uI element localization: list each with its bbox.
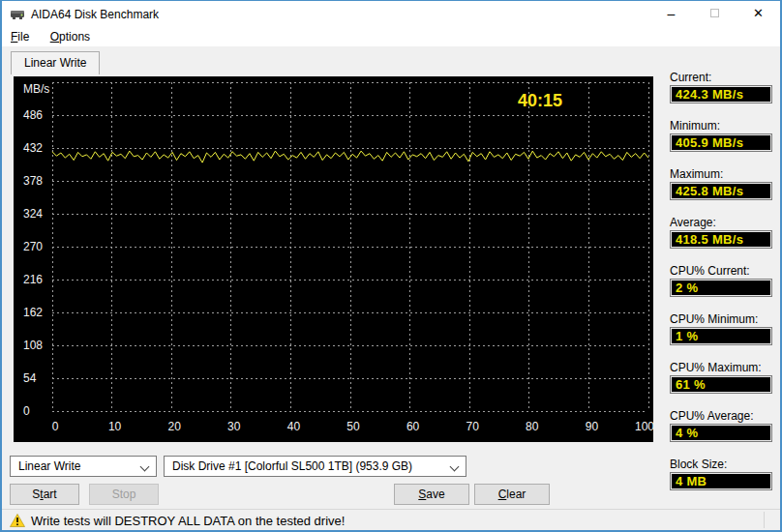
start-button[interactable]: Start (10, 484, 79, 505)
tab-linear-write[interactable]: Linear Write (11, 51, 100, 74)
stat-group: CPU% Minimum:1 % (670, 312, 772, 345)
stat-label: Block Size: (670, 458, 772, 472)
maximize-icon (710, 9, 719, 17)
warning-icon (10, 514, 25, 530)
menu-file[interactable]: File (2, 27, 38, 46)
stats-panel: Current:424.3 MB/sMinimum:405.9 MB/sMaxi… (670, 71, 772, 490)
stat-label: CPU% Minimum: (670, 312, 772, 327)
x-tick-label: 0 (52, 420, 59, 433)
stat-value: 4 MB (670, 472, 772, 490)
chevron-down-icon (140, 462, 150, 472)
x-tick-label: 80 (526, 420, 539, 433)
test-type-select[interactable]: Linear Write (10, 456, 157, 477)
stat-group: CPU% Average:4 % (670, 409, 772, 442)
disk-drive-icon (10, 8, 25, 23)
stat-group: Minimum:405.9 MB/s (670, 119, 772, 152)
x-tick-label: 100 % (635, 420, 653, 433)
window-title: AIDA64 Disk Benchmark (31, 8, 159, 21)
x-tick-label: 10 (108, 420, 122, 433)
y-tick-label: 108 (23, 339, 43, 352)
stop-button: Stop (89, 484, 159, 505)
y-tick-label: 216 (23, 273, 43, 286)
stat-value: 418.5 MB/s (670, 230, 772, 249)
stat-group: Block Size:4 MB (670, 458, 772, 490)
maximize-button (693, 1, 737, 26)
x-tick-label: 60 (406, 420, 420, 433)
stat-value: 425.8 MB/s (670, 182, 772, 200)
stat-group: Current:424.3 MB/s (670, 71, 772, 103)
stat-label: Current: (670, 71, 772, 85)
y-tick-label: 378 (23, 174, 43, 188)
stat-label: CPU% Maximum: (670, 361, 772, 375)
clear-button[interactable]: Clear (474, 484, 550, 505)
elapsed-time-label: 40:15 (518, 91, 562, 110)
stat-label: Maximum: (670, 167, 772, 182)
y-tick-label: 162 (23, 306, 43, 319)
y-axis-unit-label: MB/s (23, 82, 49, 96)
stat-value: 4 % (670, 424, 772, 442)
status-divider (764, 512, 765, 528)
stat-group: CPU% Current:2 % (670, 264, 772, 297)
x-tick-label: 70 (466, 420, 480, 433)
status-message: Write tests will DESTROY ALL DATA on the… (31, 514, 345, 528)
stat-value: 2 % (670, 279, 772, 297)
x-tick-label: 50 (346, 420, 360, 433)
stat-value: 405.9 MB/s (670, 133, 772, 152)
y-tick-label: 54 (23, 371, 37, 385)
x-tick-label: 20 (168, 420, 182, 433)
benchmark-chart: MB/s486432378324270216162108540010203040… (14, 76, 653, 442)
stat-label: CPU% Current: (670, 264, 772, 279)
x-tick-label: 90 (586, 420, 599, 433)
y-tick-label: 270 (23, 240, 43, 253)
stat-group: Maximum:425.8 MB/s (670, 167, 772, 200)
title-bar: AIDA64 Disk Benchmark – ✕ (2, 1, 780, 27)
test-type-value: Linear Write (18, 459, 80, 473)
stat-value: 424.3 MB/s (670, 85, 772, 103)
menu-options[interactable]: Options (42, 27, 99, 46)
chart-canvas: MB/s486432378324270216162108540010203040… (14, 76, 653, 442)
disk-drive-select[interactable]: Disk Drive #1 [Colorful SL500 1TB] (953.… (164, 456, 466, 477)
stat-group: Average:418.5 MB/s (670, 216, 772, 249)
y-tick-label: 486 (23, 108, 43, 122)
disk-drive-value: Disk Drive #1 [Colorful SL500 1TB] (953.… (172, 459, 412, 473)
app-window: AIDA64 Disk Benchmark – ✕ File Options L… (0, 0, 782, 532)
stat-group: CPU% Maximum:61 % (670, 361, 772, 394)
stat-label: Average: (670, 216, 772, 230)
stat-value: 61 % (670, 375, 772, 394)
y-tick-label: 324 (23, 207, 43, 221)
x-tick-label: 40 (287, 420, 301, 433)
stat-label: CPU% Average: (670, 409, 772, 424)
chevron-down-icon (450, 462, 460, 472)
save-button[interactable]: Save (394, 484, 469, 505)
y-tick-label: 432 (23, 141, 43, 155)
menu-bar: File Options (2, 27, 780, 46)
close-button[interactable]: ✕ (737, 1, 780, 26)
y-tick-label: 0 (23, 404, 30, 418)
minimize-button[interactable]: – (649, 1, 693, 26)
stat-label: Minimum: (670, 119, 772, 133)
stat-value: 1 % (670, 327, 772, 345)
status-bar: Write tests will DESTROY ALL DATA on the… (2, 509, 780, 530)
x-tick-label: 30 (227, 420, 241, 433)
